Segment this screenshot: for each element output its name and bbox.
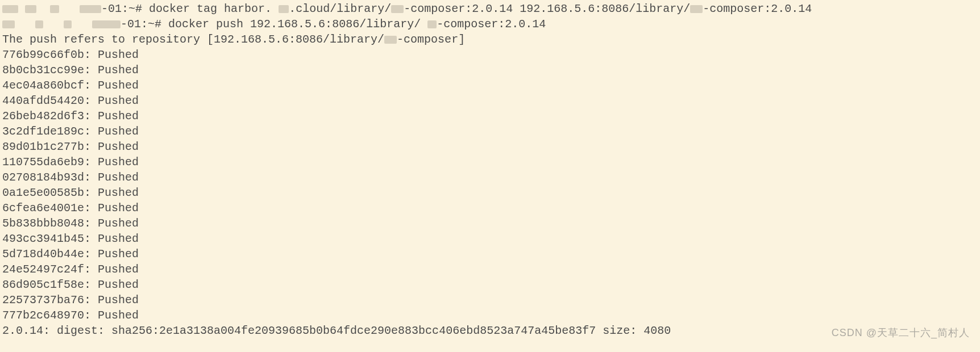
layer-line: 0a1e5e00585b: Pushed	[2, 185, 978, 200]
layer-line: 3c2df1de189c: Pushed	[2, 124, 978, 139]
layer-line: 110755da6eb9: Pushed	[2, 154, 978, 170]
layer-id: 110755da6eb9	[2, 156, 84, 169]
layer-status: Pushed	[98, 309, 139, 322]
prompt-host: -01:~#	[121, 18, 161, 31]
layer-id: 5d718d40b44e	[2, 248, 84, 261]
command-text: .cloud/library/	[289, 2, 391, 15]
layer-line: 22573737ba76: Pushed	[2, 292, 978, 308]
layer-status: Pushed	[98, 278, 139, 291]
layer-id: 02708184b93d	[2, 171, 84, 184]
layer-line: 440afdd54420: Pushed	[2, 93, 978, 108]
command-text: -composer:2.0.14 192.168.5.6:8086/librar…	[404, 2, 690, 15]
layer-id: 4ec04a860bcf	[2, 79, 84, 92]
command-text: docker push 192.168.5.6:8086/library/	[168, 18, 421, 31]
command-text: -composer:2.0.14	[437, 18, 546, 31]
layer-line: 8b0cb31cc99e: Pushed	[2, 62, 978, 78]
command-line-push: -01:~# docker push 192.168.5.6:8086/libr…	[2, 16, 978, 32]
layer-line: 777b2c648970: Pushed	[2, 308, 978, 323]
csdn-watermark: CSDN @天草二十六_简村人	[832, 325, 970, 341]
layer-line: 5b838bbb8048: Pushed	[2, 216, 978, 231]
layer-id: 440afdd54420	[2, 94, 84, 107]
layer-line: 776b99c66f0b: Pushed	[2, 47, 978, 62]
layer-line: 6cfea6e4001e: Pushed	[2, 200, 978, 216]
layer-status: Pushed	[98, 48, 139, 61]
layer-status: Pushed	[98, 140, 139, 153]
prompt-host: -01:~#	[101, 2, 142, 15]
layer-line: 5d718d40b44e: Pushed	[2, 246, 978, 262]
layer-id: 24e52497c24f	[2, 263, 84, 276]
terminal-output: -01:~# docker tag harbor. .cloud/library…	[2, 1, 978, 338]
push-refers-text: The push refers to repository [192.168.5…	[2, 33, 384, 46]
layer-status: Pushed	[98, 294, 139, 307]
layer-status: Pushed	[98, 186, 139, 199]
layer-status: Pushed	[98, 263, 139, 276]
layer-status: Pushed	[98, 248, 139, 261]
layer-line: 4ec04a860bcf: Pushed	[2, 78, 978, 93]
layer-line: 493cc3941b45: Pushed	[2, 231, 978, 246]
layer-id: 86d905c1f58e	[2, 278, 84, 291]
layer-status: Pushed	[98, 217, 139, 230]
layer-status: Pushed	[98, 64, 139, 77]
command-line-tag: -01:~# docker tag harbor. .cloud/library…	[2, 1, 978, 16]
layer-line: 89d01b1c277b: Pushed	[2, 139, 978, 154]
layer-status: Pushed	[98, 232, 139, 245]
push-refers-text: -composer]	[397, 33, 465, 46]
layer-id: 0a1e5e00585b	[2, 186, 84, 199]
layer-status: Pushed	[98, 202, 139, 215]
layer-id: 776b99c66f0b	[2, 48, 84, 61]
layer-status: Pushed	[98, 171, 139, 184]
layer-status: Pushed	[98, 94, 139, 107]
layer-id: 22573737ba76	[2, 294, 84, 307]
layer-status: Pushed	[98, 156, 139, 169]
command-text: -composer:2.0.14	[703, 2, 812, 15]
digest-text: 2.0.14: digest: sha256:2e1a3138a004fe209…	[2, 324, 671, 337]
layer-line: 24e52497c24f: Pushed	[2, 262, 978, 277]
layer-id: 6cfea6e4001e	[2, 202, 84, 215]
layer-status: Pushed	[98, 79, 139, 92]
layer-id: 26beb482d6f3	[2, 110, 84, 123]
layer-id: 3c2df1de189c	[2, 125, 84, 138]
layer-line: 02708184b93d: Pushed	[2, 170, 978, 185]
push-refers-line: The push refers to repository [192.168.5…	[2, 32, 978, 47]
layer-id: 8b0cb31cc99e	[2, 64, 84, 77]
layer-line: 26beb482d6f3: Pushed	[2, 108, 978, 124]
layer-line: 86d905c1f58e: Pushed	[2, 277, 978, 292]
layer-id: 493cc3941b45	[2, 232, 84, 245]
layer-status: Pushed	[98, 110, 139, 123]
command-text: docker tag harbor.	[149, 2, 272, 15]
layer-id: 5b838bbb8048	[2, 217, 84, 230]
layer-id: 777b2c648970	[2, 309, 84, 322]
layer-id: 89d01b1c277b	[2, 140, 84, 153]
layer-status: Pushed	[98, 125, 139, 138]
